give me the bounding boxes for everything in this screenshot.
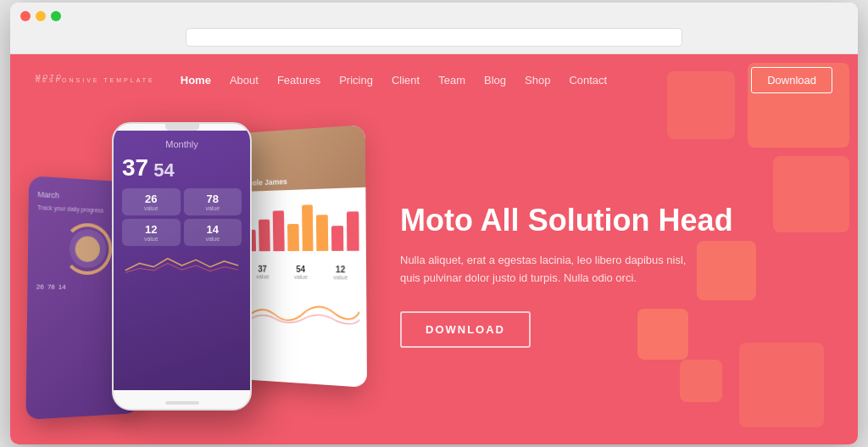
- stat-num-4: 14: [188, 223, 238, 236]
- avatar: [75, 236, 100, 262]
- nav-links: Home About Features Pricing Client Team …: [181, 74, 751, 87]
- stat-num-3: 12: [126, 223, 176, 236]
- phone-right-stats: 37 value 54 value 12 value: [239, 258, 366, 288]
- right-stat-num-3: 12: [322, 265, 359, 274]
- phone-notch: [165, 124, 199, 131]
- hero-section: MOTO RESPONSIVE TEMPLATE Home About Feat…: [10, 54, 858, 444]
- grid-stat-1: 26 value: [122, 188, 181, 215]
- nav-download-button[interactable]: Download: [751, 67, 832, 93]
- right-stat-num-2: 54: [283, 265, 319, 274]
- hero-title: Moto All Solution Head: [400, 202, 832, 238]
- bar-6: [316, 215, 328, 251]
- stat-3: 14: [58, 283, 66, 291]
- grid-stat-4: 14 value: [184, 219, 242, 246]
- bar-3: [272, 210, 284, 251]
- browser-window: MOTO RESPONSIVE TEMPLATE Home About Feat…: [10, 3, 858, 444]
- big-num-37: 37: [122, 154, 148, 182]
- hero-download-button[interactable]: DOWNLOAD: [400, 311, 531, 348]
- wave-svg: [122, 253, 242, 274]
- browser-chrome: [10, 3, 858, 54]
- stat-num-2: 78: [188, 193, 238, 205]
- logo: MOTO RESPONSIVE TEMPLATE: [36, 76, 155, 83]
- wave-svg-right: [246, 286, 359, 339]
- nav-blog[interactable]: Blog: [484, 74, 506, 87]
- big-num-54: 54: [153, 159, 174, 182]
- nav-contact[interactable]: Contact: [569, 74, 607, 87]
- stat-cell-2: 54 value: [283, 265, 319, 280]
- phone-main-screen: Monthly 37 54 26 value 78: [114, 131, 250, 390]
- stat-1: 26: [36, 282, 44, 290]
- monthly-label: Monthly: [122, 139, 242, 149]
- phone-main: Monthly 37 54 26 value 78: [112, 122, 252, 411]
- nav-team[interactable]: Team: [438, 74, 465, 87]
- bar-2: [259, 219, 270, 251]
- nav-shop[interactable]: Shop: [525, 74, 550, 87]
- bar-5: [302, 204, 314, 251]
- circle-inner: [69, 229, 107, 269]
- home-bar: [165, 401, 199, 405]
- grid-stat-3: 12 value: [122, 219, 181, 246]
- dot-minimize[interactable]: [36, 11, 46, 21]
- grid-stat-2: 78 value: [184, 188, 242, 215]
- right-stat-lbl-2: value: [283, 274, 319, 280]
- browser-dots: [20, 11, 848, 21]
- dot-maximize[interactable]: [51, 11, 61, 21]
- bar-7: [331, 226, 343, 251]
- wave-area: [122, 253, 242, 295]
- stat-lbl-3: value: [126, 236, 176, 242]
- nav-pricing[interactable]: Pricing: [339, 74, 373, 87]
- nav-home[interactable]: Home: [181, 74, 211, 87]
- profile-header: Nicole James: [236, 125, 365, 192]
- bar-4: [287, 224, 299, 251]
- hero-subtitle: Nulla aliquet, erat a egestas lacinia, l…: [400, 252, 688, 288]
- nav-client[interactable]: Client: [392, 74, 420, 87]
- stat-lbl-2: value: [188, 205, 238, 211]
- stat-2: 78: [47, 282, 55, 290]
- nav-about[interactable]: About: [230, 74, 259, 87]
- navbar: MOTO RESPONSIVE TEMPLATE Home About Feat…: [10, 54, 858, 105]
- big-numbers: 37 54: [122, 154, 242, 182]
- bar-8: [347, 211, 359, 250]
- dot-close[interactable]: [20, 11, 31, 21]
- phones-area: March Track your daily progress 26 78 14: [27, 114, 383, 436]
- stat-cell-3: 12 value: [322, 265, 359, 281]
- phone-grid-stats: 26 value 78 value 12 value: [122, 188, 242, 246]
- phone-back-right: Nicole James 37: [236, 125, 367, 388]
- right-stat-lbl-3: value: [322, 274, 359, 281]
- nav-features[interactable]: Features: [277, 74, 320, 87]
- circle-chart: [62, 222, 113, 275]
- address-bar[interactable]: [186, 28, 682, 47]
- stat-num-1: 26: [126, 193, 176, 205]
- phone-right-wave: [240, 286, 367, 340]
- home-indicator: [114, 390, 250, 411]
- hero-body: March Track your daily progress 26 78 14: [10, 105, 858, 444]
- stat-lbl-4: value: [188, 236, 238, 242]
- stat-lbl-1: value: [126, 205, 176, 211]
- bar-chart-area: [238, 187, 366, 258]
- hero-text: Moto All Solution Head Nulla aliquet, er…: [383, 202, 832, 348]
